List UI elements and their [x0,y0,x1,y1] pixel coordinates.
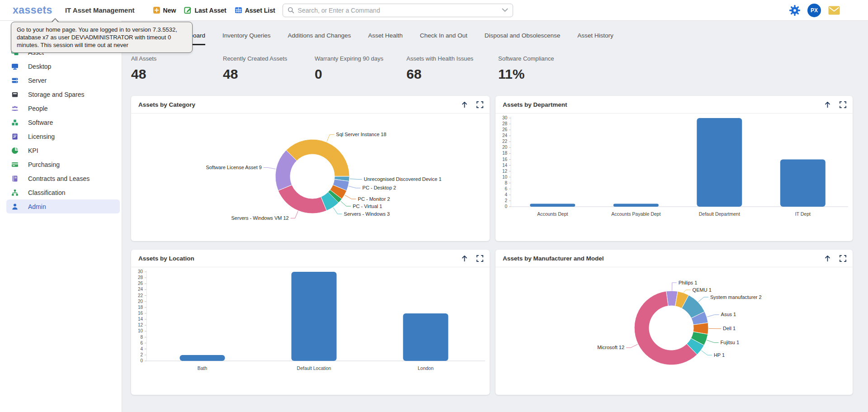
person-icon [11,203,19,210]
svg-text:Philips 1: Philips 1 [679,280,698,285]
chevron-down-icon[interactable] [502,8,508,12]
svg-text:Default Location: Default Location [297,365,331,371]
brand-logo[interactable]: xassets [13,4,52,16]
app-title: IT Asset Management [65,6,135,14]
user-avatar[interactable]: PX [807,4,821,17]
stat-value: 0 [315,66,406,82]
svg-text:24: 24 [138,287,143,292]
sidebar-item-kpi[interactable]: KPI [6,143,120,157]
asset-list-button[interactable]: Asset List [235,6,275,14]
sidebar-item-desktop[interactable]: Desktop [6,59,120,73]
sidebar-item-label: Admin [28,203,46,210]
tab-disposal-and-obsolescense[interactable]: Disposal and Obsolescense [485,32,560,45]
mail-envelope-icon[interactable] [828,6,840,15]
card-assets-by-category: Assets by Category Sql Server Instance 1… [131,96,490,241]
tab-check-in-and-out[interactable]: Check In and Out [420,32,467,45]
sidebar-item-label: Contracts and Leases [28,175,90,182]
svg-text:30: 30 [138,269,143,274]
card-assets-by-department: Assets by Department 0246810121416182022… [495,96,853,241]
sidebar-item-people[interactable]: People [6,101,120,115]
card-title: Assets by Department [503,101,824,108]
svg-text:IT Dept: IT Dept [795,211,811,217]
svg-text:Bath: Bath [198,365,208,371]
sidebar-item-classification[interactable]: Classification [6,185,120,199]
stat-all-assets: All Assets48 [131,55,223,96]
svg-text:20: 20 [502,145,508,150]
main-content: DashboardInventory QueriesAdditions and … [122,21,868,412]
last-asset-button[interactable]: Last Asset [184,6,226,14]
svg-text:Accounts Payable Dept: Accounts Payable Dept [611,211,660,217]
dashboard-tabs: DashboardInventory QueriesAdditions and … [175,21,853,45]
sidebar-item-licensing[interactable]: Licensing [6,129,120,143]
settings-gear-icon[interactable] [789,5,800,16]
sidebar-item-software[interactable]: Software [6,115,120,129]
sidebar-item-server[interactable]: Server [6,73,120,87]
card-title: Assets by Manufacturer and Model [503,255,824,262]
export-arrow-up-icon[interactable] [461,101,468,109]
svg-text:8: 8 [140,335,143,340]
bar-chart: 024681012141618202224262830BathDefault L… [131,267,490,395]
command-search-box[interactable]: Search, or Enter a Command [283,4,513,17]
export-arrow-up-icon[interactable] [824,255,831,262]
svg-text:22: 22 [502,139,508,144]
stat-value: 48 [223,66,315,82]
svg-text:QEMU 1: QEMU 1 [693,287,712,293]
stat-label: Software Compliance [498,55,590,62]
credit-card-icon [11,161,19,168]
server-icon [11,77,19,84]
export-arrow-up-icon[interactable] [461,255,468,262]
stat-value: 68 [406,66,498,82]
card-header: Assets by Department [495,96,853,114]
svg-text:12: 12 [138,322,143,327]
svg-text:PC - Virtual 1: PC - Virtual 1 [353,204,382,209]
stat-software-compliance: Software Compliance11% [498,55,590,96]
search-icon [288,7,294,14]
card-header: Assets by Category [131,96,490,114]
card-actions [461,101,483,109]
sidebar-item-purchasing[interactable]: Purchasing [6,157,120,171]
svg-text:Fujitsu 1: Fujitsu 1 [721,340,740,345]
svg-text:26: 26 [502,127,508,132]
svg-text:4: 4 [505,192,507,197]
svg-text:10: 10 [138,328,143,333]
card-actions [461,255,483,262]
donut-chart: Philips 1QEMU 1System manufacturer 2Asus… [495,267,853,395]
home-tooltip-text: Go to your home page. You are logged in … [17,26,177,48]
sidebar-item-label: Desktop [28,63,51,70]
svg-text:18: 18 [138,305,143,310]
svg-text:16: 16 [502,157,508,162]
sidebar-item-admin[interactable]: Admin [6,199,120,213]
svg-text:28: 28 [138,275,143,280]
card-header: Assets by Manufacturer and Model [495,250,853,267]
svg-text:12: 12 [502,169,508,174]
tab-asset-history[interactable]: Asset History [577,32,613,45]
card-actions [824,255,846,262]
tab-additions-and-changes[interactable]: Additions and Changes [288,32,351,45]
table-grid-icon [235,6,242,14]
stat-warranty-expiring-90-days: Warranty Expiring 90 days0 [315,55,406,96]
search-placeholder: Search, or Enter a Command [298,7,498,14]
card-title: Assets by Category [138,101,461,108]
svg-text:PC - Desktop 2: PC - Desktop 2 [363,185,396,190]
expand-fullscreen-icon[interactable] [476,255,483,262]
expand-fullscreen-icon[interactable] [476,101,483,108]
new-button[interactable]: New [153,6,176,14]
sidebar-item-contracts-and-leases[interactable]: Contracts and Leases [6,171,120,185]
svg-text:14: 14 [502,163,508,168]
sidebar-item-label: Licensing [28,133,55,140]
sidebar-item-storage-and-spares[interactable]: Storage and Spares [6,87,120,101]
tab-asset-health[interactable]: Asset Health [368,32,403,45]
expand-fullscreen-icon[interactable] [840,255,846,262]
topbar-right: PX [789,0,840,21]
svg-text:Accounts Dept: Accounts Dept [537,211,568,217]
tab-inventory-queries[interactable]: Inventory Queries [222,32,271,45]
card-header: Assets by Location [131,250,490,267]
svg-text:Asus 1: Asus 1 [721,312,736,317]
svg-text:Dell 1: Dell 1 [723,326,736,331]
expand-fullscreen-icon[interactable] [840,101,846,108]
svg-text:18: 18 [502,151,508,156]
export-arrow-up-icon[interactable] [824,101,831,109]
sidebar-item-label: KPI [28,147,38,154]
card-actions [824,101,846,109]
svg-text:28: 28 [502,121,508,126]
